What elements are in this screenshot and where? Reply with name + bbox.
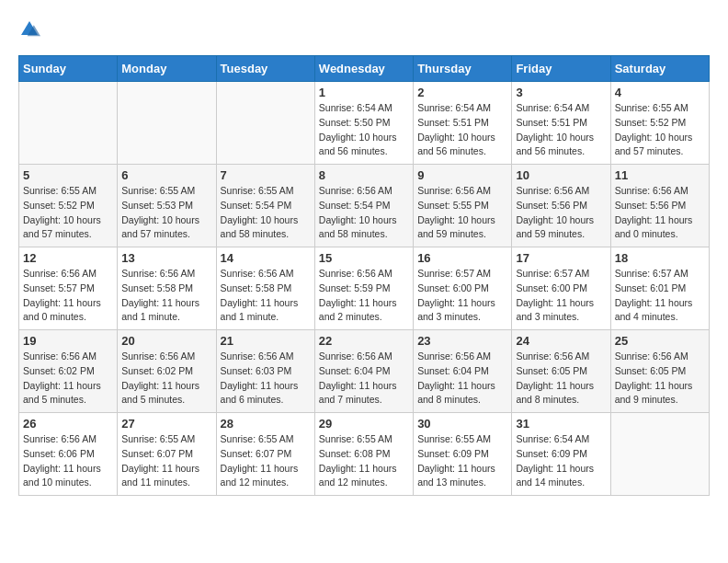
week-row-1: 1Sunrise: 6:54 AMSunset: 5:50 PMDaylight… (19, 82, 710, 165)
day-cell: 7Sunrise: 6:55 AMSunset: 5:54 PMDaylight… (216, 165, 314, 247)
week-row-2: 5Sunrise: 6:55 AMSunset: 5:52 PMDaylight… (19, 165, 710, 247)
day-number: 25 (615, 334, 705, 348)
day-cell: 22Sunrise: 6:56 AMSunset: 6:04 PMDayligh… (314, 330, 413, 413)
day-info: Sunrise: 6:54 AMSunset: 6:09 PMDaylight:… (516, 432, 606, 490)
day-cell: 6Sunrise: 6:55 AMSunset: 5:53 PMDaylight… (118, 165, 216, 247)
page-header (18, 18, 710, 40)
day-cell: 8Sunrise: 6:56 AMSunset: 5:54 PMDaylight… (314, 165, 413, 247)
day-cell: 18Sunrise: 6:57 AMSunset: 6:01 PMDayligh… (610, 247, 709, 330)
header-cell-sunday: Sunday (19, 56, 118, 82)
day-cell: 29Sunrise: 6:55 AMSunset: 6:08 PMDayligh… (314, 413, 413, 496)
day-number: 9 (417, 168, 507, 182)
header-cell-saturday: Saturday (610, 56, 709, 82)
day-number: 19 (23, 334, 113, 348)
calendar-table: SundayMondayTuesdayWednesdayThursdayFrid… (18, 55, 710, 496)
day-cell: 20Sunrise: 6:56 AMSunset: 6:02 PMDayligh… (118, 330, 216, 413)
day-info: Sunrise: 6:56 AMSunset: 5:58 PMDaylight:… (121, 267, 211, 325)
day-cell: 3Sunrise: 6:54 AMSunset: 5:51 PMDaylight… (512, 82, 610, 165)
day-info: Sunrise: 6:57 AMSunset: 6:00 PMDaylight:… (516, 267, 606, 325)
day-info: Sunrise: 6:56 AMSunset: 5:54 PMDaylight:… (319, 184, 409, 242)
day-cell: 19Sunrise: 6:56 AMSunset: 6:02 PMDayligh… (19, 330, 118, 413)
week-row-5: 26Sunrise: 6:56 AMSunset: 6:06 PMDayligh… (19, 413, 710, 496)
day-number: 31 (516, 417, 606, 431)
day-number: 22 (319, 334, 409, 348)
day-info: Sunrise: 6:55 AMSunset: 6:08 PMDaylight:… (319, 432, 409, 490)
day-info: Sunrise: 6:56 AMSunset: 5:55 PMDaylight:… (417, 184, 507, 242)
day-number: 7 (221, 168, 311, 182)
day-number: 29 (319, 417, 409, 431)
day-info: Sunrise: 6:56 AMSunset: 6:04 PMDaylight:… (319, 350, 409, 408)
day-number: 24 (516, 334, 606, 348)
day-cell: 21Sunrise: 6:56 AMSunset: 6:03 PMDayligh… (216, 330, 314, 413)
day-number: 6 (121, 168, 211, 182)
header-row: SundayMondayTuesdayWednesdayThursdayFrid… (19, 56, 710, 82)
day-cell: 26Sunrise: 6:56 AMSunset: 6:06 PMDayligh… (19, 413, 118, 496)
day-cell: 16Sunrise: 6:57 AMSunset: 6:00 PMDayligh… (414, 247, 512, 330)
day-number: 11 (615, 168, 705, 182)
header-cell-friday: Friday (512, 56, 610, 82)
day-number: 15 (319, 251, 409, 265)
day-info: Sunrise: 6:56 AMSunset: 5:58 PMDaylight:… (221, 267, 311, 325)
day-number: 26 (23, 417, 113, 431)
day-info: Sunrise: 6:55 AMSunset: 5:52 PMDaylight:… (23, 184, 113, 242)
day-info: Sunrise: 6:57 AMSunset: 6:00 PMDaylight:… (417, 267, 507, 325)
header-cell-wednesday: Wednesday (314, 56, 413, 82)
week-row-4: 19Sunrise: 6:56 AMSunset: 6:02 PMDayligh… (19, 330, 710, 413)
header-cell-thursday: Thursday (414, 56, 512, 82)
day-cell: 12Sunrise: 6:56 AMSunset: 5:57 PMDayligh… (19, 247, 118, 330)
day-number: 3 (516, 86, 606, 99)
day-cell: 30Sunrise: 6:55 AMSunset: 6:09 PMDayligh… (414, 413, 512, 496)
day-cell: 5Sunrise: 6:55 AMSunset: 5:52 PMDaylight… (19, 165, 118, 247)
day-info: Sunrise: 6:56 AMSunset: 6:04 PMDaylight:… (417, 350, 507, 408)
day-number: 28 (221, 417, 311, 431)
day-cell: 27Sunrise: 6:55 AMSunset: 6:07 PMDayligh… (118, 413, 216, 496)
day-cell: 14Sunrise: 6:56 AMSunset: 5:58 PMDayligh… (216, 247, 314, 330)
day-info: Sunrise: 6:55 AMSunset: 6:07 PMDaylight:… (221, 432, 311, 490)
day-info: Sunrise: 6:56 AMSunset: 6:05 PMDaylight:… (516, 350, 606, 408)
day-info: Sunrise: 6:55 AMSunset: 5:54 PMDaylight:… (221, 184, 311, 242)
day-info: Sunrise: 6:55 AMSunset: 5:53 PMDaylight:… (121, 184, 211, 242)
day-info: Sunrise: 6:55 AMSunset: 6:07 PMDaylight:… (121, 432, 211, 490)
day-cell (610, 413, 709, 496)
day-cell: 15Sunrise: 6:56 AMSunset: 5:59 PMDayligh… (314, 247, 413, 330)
day-cell: 11Sunrise: 6:56 AMSunset: 5:56 PMDayligh… (610, 165, 709, 247)
day-number: 12 (23, 251, 113, 265)
day-number: 4 (615, 86, 705, 99)
day-cell: 4Sunrise: 6:55 AMSunset: 5:52 PMDaylight… (610, 82, 709, 165)
day-cell: 24Sunrise: 6:56 AMSunset: 6:05 PMDayligh… (512, 330, 610, 413)
day-number: 13 (121, 251, 211, 265)
day-number: 16 (417, 251, 507, 265)
day-info: Sunrise: 6:54 AMSunset: 5:51 PMDaylight:… (516, 101, 606, 159)
day-info: Sunrise: 6:56 AMSunset: 5:56 PMDaylight:… (615, 184, 705, 242)
day-number: 1 (319, 86, 409, 99)
day-info: Sunrise: 6:57 AMSunset: 6:01 PMDaylight:… (615, 267, 705, 325)
day-info: Sunrise: 6:56 AMSunset: 5:56 PMDaylight:… (516, 184, 606, 242)
day-number: 27 (121, 417, 211, 431)
day-cell (216, 82, 314, 165)
header-cell-monday: Monday (118, 56, 216, 82)
day-number: 23 (417, 334, 507, 348)
day-number: 30 (417, 417, 507, 431)
day-cell: 28Sunrise: 6:55 AMSunset: 6:07 PMDayligh… (216, 413, 314, 496)
day-info: Sunrise: 6:56 AMSunset: 6:02 PMDaylight:… (121, 350, 211, 408)
day-info: Sunrise: 6:55 AMSunset: 5:52 PMDaylight:… (615, 101, 705, 159)
day-cell: 13Sunrise: 6:56 AMSunset: 5:58 PMDayligh… (118, 247, 216, 330)
day-cell: 10Sunrise: 6:56 AMSunset: 5:56 PMDayligh… (512, 165, 610, 247)
day-number: 14 (221, 251, 311, 265)
day-info: Sunrise: 6:56 AMSunset: 6:02 PMDaylight:… (23, 350, 113, 408)
day-info: Sunrise: 6:55 AMSunset: 6:09 PMDaylight:… (417, 432, 507, 490)
header-cell-tuesday: Tuesday (216, 56, 314, 82)
day-info: Sunrise: 6:56 AMSunset: 6:06 PMDaylight:… (23, 432, 113, 490)
day-info: Sunrise: 6:54 AMSunset: 5:50 PMDaylight:… (319, 101, 409, 159)
day-number: 10 (516, 168, 606, 182)
day-number: 17 (516, 251, 606, 265)
day-cell: 31Sunrise: 6:54 AMSunset: 6:09 PMDayligh… (512, 413, 610, 496)
day-info: Sunrise: 6:56 AMSunset: 6:03 PMDaylight:… (221, 350, 311, 408)
day-cell: 25Sunrise: 6:56 AMSunset: 6:05 PMDayligh… (610, 330, 709, 413)
day-number: 21 (221, 334, 311, 348)
day-cell (19, 82, 118, 165)
day-number: 18 (615, 251, 705, 265)
day-cell: 23Sunrise: 6:56 AMSunset: 6:04 PMDayligh… (414, 330, 512, 413)
logo (18, 18, 44, 40)
day-cell: 9Sunrise: 6:56 AMSunset: 5:55 PMDaylight… (414, 165, 512, 247)
